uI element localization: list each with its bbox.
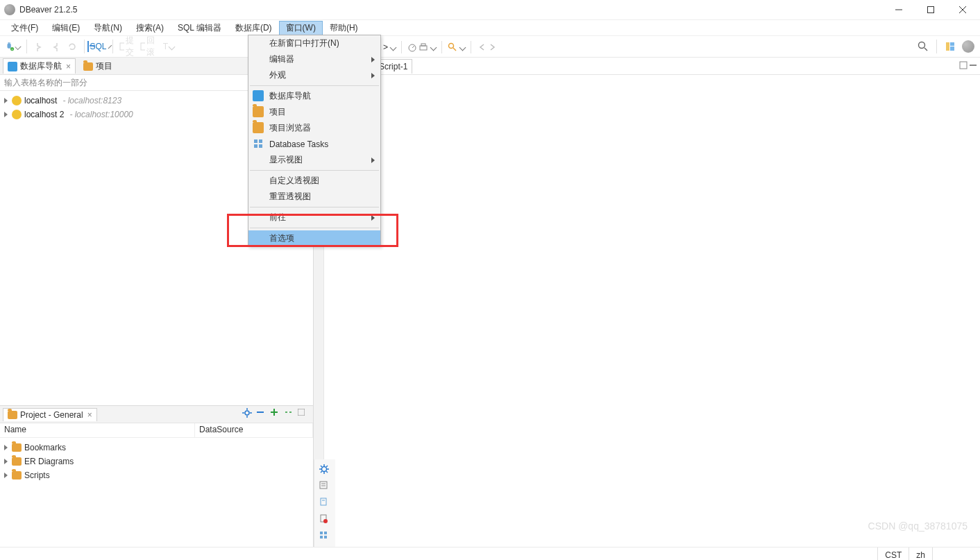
filter-placeholder: 输入表格名称的一部分	[4, 77, 87, 89]
menu-help[interactable]: 帮助(H)	[323, 21, 365, 35]
print-icon[interactable]	[419, 42, 428, 52]
project-item[interactable]: Bookmarks	[0, 441, 313, 455]
project-item[interactable]: ER Diagrams	[0, 455, 313, 468]
tab-project-general[interactable]: Project - General ×	[3, 408, 97, 421]
dashboard-icon[interactable]	[407, 42, 417, 52]
menu-open-new-window[interactable]: 在新窗口中打开(N)	[248, 35, 380, 51]
rollback-button[interactable]: 回滚	[138, 39, 158, 54]
status-language[interactable]: zh	[909, 548, 932, 560]
close-icon[interactable]: ×	[66, 62, 71, 71]
status-timezone[interactable]: CST	[877, 548, 909, 560]
right-toolbar	[314, 459, 335, 547]
menu-window[interactable]: 窗口(W)	[279, 21, 323, 35]
connect-button[interactable]	[31, 39, 47, 54]
nav-fwd-icon[interactable]	[488, 42, 498, 52]
svg-line-12	[924, 48, 927, 51]
link-project-button[interactable]	[284, 408, 296, 421]
expand-icon[interactable]	[4, 445, 8, 450]
refresh-button[interactable]	[65, 39, 80, 54]
svg-rect-4	[8, 44, 11, 49]
menu-search[interactable]: 搜索(A)	[129, 21, 171, 35]
menu-database[interactable]: 数据库(D)	[228, 21, 279, 35]
mysql-icon	[12, 110, 22, 119]
tasks-icon	[253, 138, 264, 149]
expand-icon[interactable]	[4, 98, 8, 103]
col-name[interactable]: Name	[0, 423, 195, 437]
menu-database-tasks[interactable]: Database Tasks	[248, 136, 380, 152]
svg-rect-57	[254, 139, 257, 143]
menu-show-view[interactable]: 显示视图	[248, 152, 380, 168]
menu-appearance[interactable]: 外观	[248, 67, 380, 83]
expand-icon[interactable]	[4, 112, 8, 117]
svg-rect-54	[324, 532, 327, 534]
db-nav-icon	[253, 90, 264, 101]
svg-rect-19	[420, 46, 427, 50]
project-item[interactable]: Scripts	[0, 468, 313, 482]
svg-rect-56	[324, 536, 327, 538]
title-bar: DBeaver 21.2.5	[0, 0, 980, 20]
expand-icon[interactable]	[4, 459, 8, 464]
status-bar: CST zh	[0, 547, 980, 560]
chevron-down-icon	[459, 44, 466, 51]
app-logo-button[interactable]	[961, 39, 976, 54]
menu-project-browser[interactable]: 项目浏览器	[248, 120, 380, 136]
col-datasource[interactable]: DataSource	[195, 423, 313, 437]
sql-editor-button[interactable]: SQL	[89, 39, 108, 54]
menu-edit[interactable]: 编辑(E)	[45, 21, 87, 35]
svg-line-44	[321, 471, 322, 473]
tab-projects[interactable]: 项目	[78, 58, 117, 74]
close-icon[interactable]: ×	[87, 410, 92, 420]
gear-icon[interactable]	[319, 464, 331, 476]
commit-button[interactable]: 提交	[117, 39, 137, 54]
collapse-project-button[interactable]	[256, 408, 269, 421]
svg-line-43	[326, 471, 328, 473]
page-icon[interactable]	[319, 497, 331, 509]
svg-rect-55	[320, 536, 323, 538]
error-log-icon[interactable]	[319, 514, 331, 526]
menu-sql-editor[interactable]: SQL 编辑器	[171, 21, 228, 35]
svg-rect-46	[320, 482, 327, 489]
menu-editor[interactable]: 编辑器	[248, 51, 380, 67]
maximize-editor-button[interactable]	[959, 61, 968, 71]
menu-navigate[interactable]: 导航(N)	[87, 21, 129, 35]
project-tree[interactable]: Bookmarks ER Diagrams Scripts	[0, 438, 313, 547]
minimize-editor-button[interactable]	[969, 61, 977, 71]
svg-rect-1	[928, 7, 934, 13]
perspective-button[interactable]	[943, 39, 958, 54]
tasks-icon[interactable]	[319, 530, 331, 543]
add-button[interactable]	[270, 408, 282, 421]
close-button[interactable]	[947, 1, 979, 19]
search-button[interactable]	[915, 39, 931, 54]
svg-rect-15	[950, 46, 954, 51]
nav-back-icon[interactable]	[477, 42, 487, 52]
menu-reset-perspective[interactable]: 重置透视图	[248, 189, 380, 205]
minimize-button[interactable]	[883, 1, 915, 19]
svg-text:+: +	[11, 47, 13, 51]
menu-customize-perspective[interactable]: 自定义透视图	[248, 173, 380, 189]
menu-projects[interactable]: 项目	[248, 104, 380, 120]
tab-db-navigator[interactable]: 数据库导航 ×	[3, 58, 76, 74]
menu-preferences[interactable]: 首选项	[248, 230, 380, 246]
maximize-button[interactable]	[915, 1, 947, 19]
window-title: DBeaver 21.2.5	[19, 0, 77, 19]
menu-file[interactable]: 文件(F)	[4, 21, 45, 35]
disconnect-button[interactable]	[48, 39, 63, 54]
folder-icon	[8, 411, 17, 419]
minimize-view-button[interactable]	[298, 408, 310, 421]
expand-icon[interactable]	[4, 473, 8, 478]
svg-point-52	[323, 519, 328, 523]
db-nav-icon	[8, 62, 17, 71]
editor-area[interactable]	[324, 75, 980, 459]
menu-db-navigator[interactable]: 数据库导航	[248, 88, 380, 104]
svg-rect-59	[254, 144, 257, 148]
transaction-mode-button[interactable]: T	[159, 39, 178, 54]
menu-goto[interactable]: 前往	[248, 210, 380, 226]
folder-icon	[83, 62, 93, 71]
search-toolbar-icon[interactable]	[448, 42, 457, 52]
svg-line-42	[321, 466, 322, 467]
settings-icon[interactable]	[242, 408, 255, 421]
svg-point-11	[919, 42, 925, 49]
watermark: CSDN @qq_38781075	[868, 520, 968, 532]
new-connection-button[interactable]: +	[3, 39, 22, 54]
outline-icon[interactable]	[319, 480, 331, 493]
